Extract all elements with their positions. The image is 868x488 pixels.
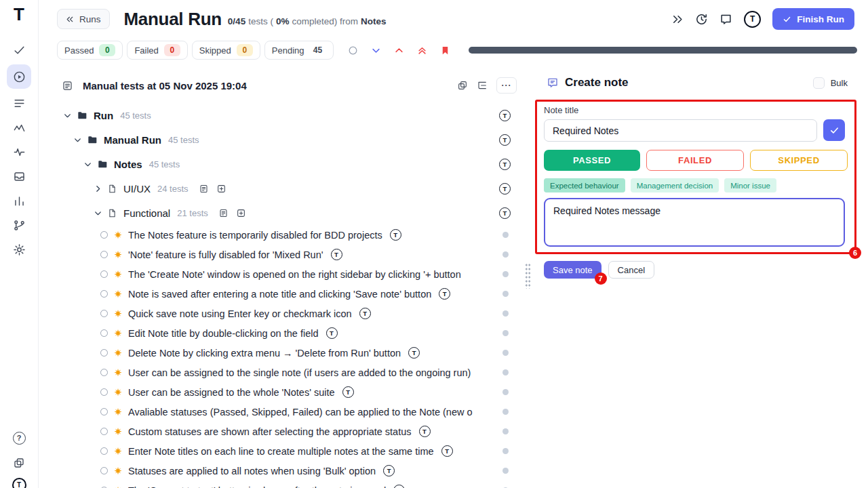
- sidebar-item-reports[interactable]: [7, 190, 31, 211]
- comment-icon[interactable]: [719, 13, 732, 26]
- cancel-button[interactable]: Cancel: [608, 261, 654, 279]
- testomat-logo-icon[interactable]: T: [744, 11, 761, 28]
- testomat-badge-icon[interactable]: T: [390, 229, 401, 241]
- test-status-dot[interactable]: [502, 251, 509, 258]
- app-logo[interactable]: T: [14, 4, 24, 25]
- tree-view-icon[interactable]: [477, 80, 488, 91]
- tag-management-decision[interactable]: Management decision: [631, 178, 719, 192]
- finish-run-button[interactable]: Finish Run: [772, 8, 854, 30]
- bulk-checkbox[interactable]: [813, 77, 825, 89]
- test-status-dot[interactable]: [502, 271, 509, 277]
- test-radio[interactable]: [100, 251, 108, 258]
- test-title[interactable]: Edit Note title by double-clicking on th…: [128, 328, 319, 339]
- circle-status-icon[interactable]: [348, 45, 358, 56]
- chevron-down-icon[interactable]: [73, 136, 82, 144]
- testomat-badge-icon[interactable]: T: [393, 485, 405, 488]
- chevron-down-icon[interactable]: [94, 209, 102, 218]
- sidebar-item-inbox[interactable]: [7, 166, 31, 186]
- test-radio[interactable]: [100, 467, 108, 474]
- copy-icon[interactable]: [457, 80, 468, 91]
- testomat-badge-icon[interactable]: T: [408, 347, 420, 359]
- test-title[interactable]: Enter Note titles on each line to create…: [128, 446, 434, 457]
- projects-button[interactable]: [7, 453, 31, 473]
- save-note-button[interactable]: Save note 7: [544, 261, 601, 279]
- status-skipped-button[interactable]: SKIPPED: [750, 150, 848, 171]
- filter-failed[interactable]: Failed 0: [127, 41, 187, 60]
- bookmark-icon[interactable]: [440, 45, 450, 56]
- test-status-dot[interactable]: [502, 350, 509, 356]
- suite-name[interactable]: Notes: [114, 159, 142, 170]
- quick-save-button[interactable]: [823, 119, 845, 141]
- bulk-toggle[interactable]: Bulk: [813, 77, 848, 89]
- test-status-dot[interactable]: [502, 369, 509, 375]
- tree-suite-uiux[interactable]: UI/UX 24 tests T: [39, 176, 529, 201]
- back-to-runs-button[interactable]: Runs: [57, 9, 110, 29]
- fast-forward-icon[interactable]: [671, 13, 684, 26]
- filter-skipped[interactable]: Skipped 0: [192, 41, 260, 60]
- filter-pending[interactable]: Pending 45: [264, 41, 334, 60]
- chevron-double-up-icon[interactable]: [417, 45, 427, 56]
- notes-icon[interactable]: [218, 208, 229, 218]
- test-radio[interactable]: [100, 388, 108, 396]
- test-status-dot[interactable]: [502, 232, 509, 238]
- sidebar-item-settings[interactable]: [7, 239, 31, 260]
- test-title[interactable]: The Notes feature is temporarily disable…: [128, 230, 382, 241]
- test-status-dot[interactable]: [502, 291, 509, 297]
- test-row[interactable]: Note is saved after entering a note titl…: [39, 284, 529, 304]
- chevron-up-icon[interactable]: [394, 45, 404, 56]
- test-row[interactable]: Edit Note title by double-clicking on th…: [39, 323, 529, 343]
- testomat-badge-icon[interactable]: T: [342, 386, 354, 398]
- chevron-down-icon[interactable]: [371, 45, 381, 56]
- test-radio[interactable]: [100, 369, 108, 376]
- status-passed-button[interactable]: PASSED: [544, 150, 640, 171]
- sidebar-item-checks[interactable]: [7, 40, 31, 60]
- note-title-input[interactable]: [544, 119, 817, 142]
- test-status-dot[interactable]: [502, 330, 509, 336]
- testomat-badge-icon[interactable]: T: [331, 249, 342, 260]
- test-title[interactable]: 'Note' feature is fully disabled for 'Mi…: [128, 249, 323, 260]
- test-title[interactable]: User can be assigned to the single note …: [128, 367, 471, 378]
- test-radio[interactable]: [100, 408, 108, 415]
- test-radio[interactable]: [100, 329, 108, 337]
- suite-name[interactable]: Manual Run: [104, 134, 161, 146]
- tag-expected-behaviour[interactable]: Expected behaviour: [544, 178, 625, 192]
- run-summary-icon[interactable]: [62, 80, 73, 92]
- test-title[interactable]: User can be assigned to the whole 'Notes…: [128, 387, 335, 398]
- testomat-badge-icon[interactable]: T: [359, 308, 371, 319]
- test-row[interactable]: User can be assigned to the single note …: [39, 363, 529, 382]
- filter-passed[interactable]: Passed 0: [57, 41, 123, 60]
- test-status-dot[interactable]: [502, 310, 509, 317]
- testomat-logo-icon[interactable]: T: [12, 478, 26, 488]
- test-row[interactable]: Delete Note by clicking extra menu → 'De…: [39, 343, 529, 363]
- test-row[interactable]: The Notes feature is temporarily disable…: [39, 225, 529, 245]
- test-row[interactable]: Custom statuses are shown after selectin…: [39, 422, 529, 441]
- chevron-right-icon[interactable]: [94, 184, 102, 193]
- panel-resize-handle[interactable]: [525, 263, 531, 289]
- test-row[interactable]: 'Note' feature is fully disabled for 'Mi…: [39, 245, 529, 264]
- test-title[interactable]: Avaliable statuses (Passed, Skipped, Fai…: [128, 407, 473, 418]
- testomat-badge-icon[interactable]: T: [499, 134, 511, 146]
- sidebar-item-pulse[interactable]: [7, 142, 31, 162]
- test-radio[interactable]: [100, 231, 108, 239]
- test-status-dot[interactable]: [502, 409, 509, 415]
- test-title[interactable]: Quick save note using Enter key or check…: [128, 308, 352, 319]
- note-message-textarea[interactable]: Required Notes message: [544, 198, 845, 247]
- suite-name[interactable]: UI/UX: [123, 183, 151, 195]
- test-row[interactable]: The 'Convert to test' button is shown af…: [39, 481, 529, 488]
- test-status-dot[interactable]: [502, 468, 509, 474]
- test-title[interactable]: Note is saved after entering a note titl…: [128, 289, 431, 300]
- test-row[interactable]: Statuses are applied to all notes when u…: [39, 461, 529, 481]
- testomat-badge-icon[interactable]: T: [441, 445, 453, 457]
- tree-folder-notes[interactable]: Notes 45 tests T: [39, 152, 529, 176]
- test-title[interactable]: Custom statuses are shown after selectin…: [128, 426, 412, 437]
- test-row[interactable]: The 'Create Note' window is opened on th…: [39, 264, 529, 284]
- testomat-badge-icon[interactable]: T: [383, 465, 395, 476]
- chevron-down-icon[interactable]: [63, 111, 72, 120]
- testomat-badge-icon[interactable]: T: [499, 159, 511, 170]
- sidebar-item-branches[interactable]: [7, 215, 31, 235]
- sidebar-item-runs[interactable]: [7, 64, 31, 89]
- suite-name[interactable]: Functional: [123, 207, 170, 219]
- test-radio[interactable]: [100, 428, 108, 435]
- suite-name[interactable]: Run: [94, 110, 113, 121]
- tree-folder-run[interactable]: Run 45 tests T: [39, 103, 529, 127]
